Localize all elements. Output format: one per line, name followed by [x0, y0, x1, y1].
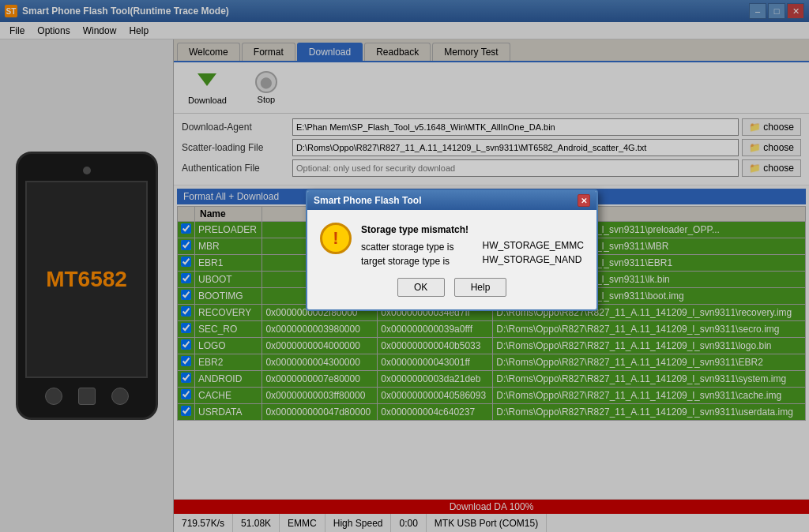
- modal-content-row: ! Storage type mismatch! scatter storage…: [320, 223, 584, 268]
- modal-body: ! Storage type mismatch! scatter storage…: [307, 210, 596, 309]
- modal-title-bar: Smart Phone Flash Tool ✕: [307, 191, 596, 210]
- modal-line2: scatter storage type is: [361, 240, 473, 254]
- modal-buttons: OK Help: [320, 278, 584, 297]
- modal-value1: HW_STORAGE_EMMC: [483, 238, 584, 253]
- modal-overlay: Smart Phone Flash Tool ✕ ! Storage type …: [0, 0, 809, 532]
- modal-title: Smart Phone Flash Tool: [314, 195, 421, 206]
- modal-close-button[interactable]: ✕: [578, 194, 590, 207]
- modal-message: Storage type mismatch! scatter storage t…: [361, 223, 473, 268]
- modal-dialog: Smart Phone Flash Tool ✕ ! Storage type …: [306, 189, 598, 311]
- modal-ok-button[interactable]: OK: [397, 278, 445, 297]
- warning-icon: !: [320, 223, 352, 254]
- modal-help-button[interactable]: Help: [454, 278, 507, 297]
- modal-line3: target storage type is: [361, 254, 473, 268]
- modal-line1: Storage type mismatch!: [361, 223, 473, 237]
- modal-values: HW_STORAGE_EMMC HW_STORAGE_NAND: [483, 223, 584, 267]
- modal-value2: HW_STORAGE_NAND: [483, 253, 584, 267]
